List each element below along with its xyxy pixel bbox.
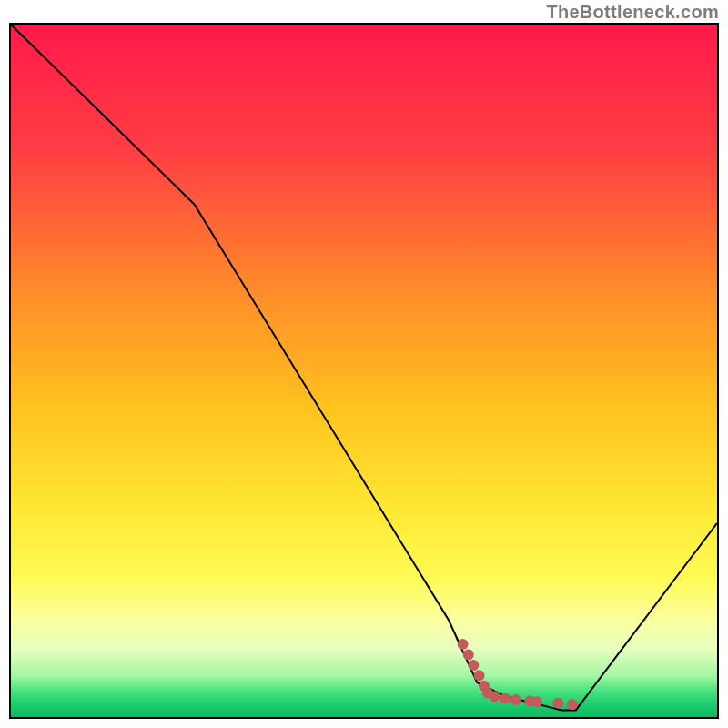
data-marker xyxy=(463,650,474,661)
data-marker xyxy=(490,691,500,702)
data-marker xyxy=(511,694,521,705)
data-marker xyxy=(468,660,479,671)
chart-canvas xyxy=(11,25,717,717)
watermark-text: TheBottleneck.com xyxy=(546,2,719,23)
data-marker xyxy=(458,639,469,650)
data-marker xyxy=(552,698,563,709)
data-marker xyxy=(500,693,511,704)
data-marker xyxy=(531,696,542,707)
data-marker xyxy=(474,670,485,681)
chart-frame xyxy=(9,23,719,719)
data-marker xyxy=(567,699,578,710)
